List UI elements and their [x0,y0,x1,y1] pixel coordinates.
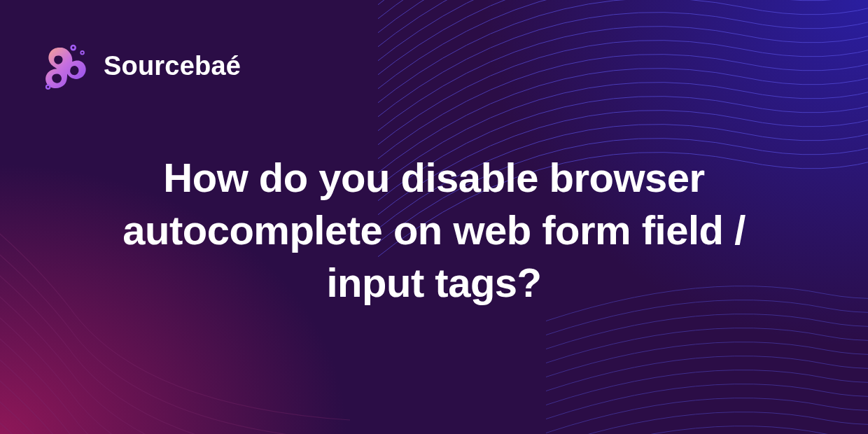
svg-point-5 [47,86,49,88]
brand-mark-icon [42,41,92,91]
svg-point-1 [72,46,74,48]
brand-logo: Sourcebaé [42,41,241,91]
brand-name: Sourcebaé [104,51,241,81]
hero-title: How do you disable browser autocomplete … [112,151,756,309]
promo-card: Sourcebaé How do you disable browser aut… [0,0,868,434]
svg-point-3 [81,52,83,54]
